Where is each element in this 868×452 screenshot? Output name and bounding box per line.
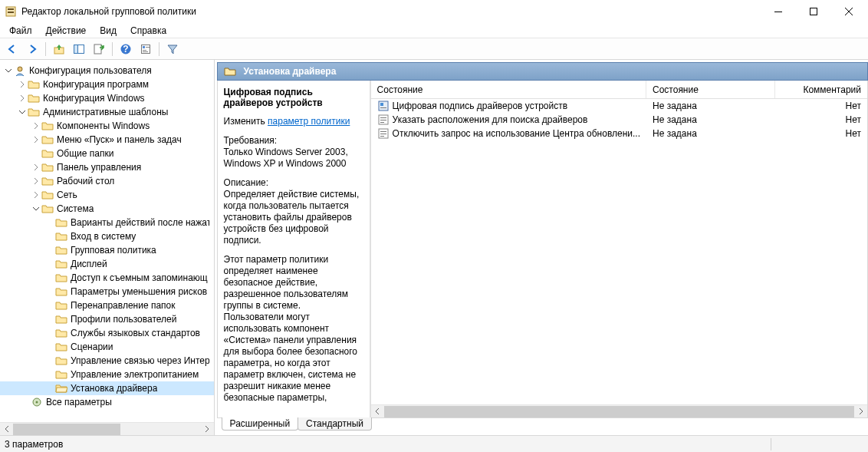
chevron-right-icon[interactable]: [31, 176, 41, 186]
col-header-state[interactable]: Состояние: [646, 81, 775, 98]
folder-icon: [41, 147, 54, 160]
requirements-text: Только Windows Server 2003, Windows XP и…: [224, 147, 348, 169]
chevron-right-icon[interactable]: [17, 79, 28, 90]
chevron-right-icon[interactable]: [31, 134, 41, 145]
tree-node-prog-config[interactable]: Конфигурация программ: [0, 78, 214, 91]
workspace: Конфигурация пользователя Конфигурация п…: [0, 60, 868, 435]
scroll-track[interactable]: [13, 424, 201, 435]
tree-node-sys-driverinstall[interactable]: Установка драйвера: [0, 381, 214, 395]
chevron-down-icon[interactable]: [3, 65, 14, 76]
folder-icon: [55, 368, 67, 381]
tree-node-desktop[interactable]: Рабочий стол: [0, 174, 214, 188]
policy-icon: [377, 127, 390, 140]
tree-node-win-config[interactable]: Конфигурация Windows: [0, 91, 214, 105]
tree-pane: Конфигурация пользователя Конфигурация п…: [0, 60, 215, 435]
tree-node-adm-templates[interactable]: Административные шаблоны: [0, 105, 214, 119]
tree-node-sys-gp[interactable]: Групповая политика: [0, 243, 214, 257]
tree-node-sys-removable[interactable]: Доступ к съемным запоминающ: [0, 271, 214, 285]
tree-node-sys-langstandards[interactable]: Службы языковых стандартов: [0, 326, 214, 340]
up-level-button[interactable]: [50, 40, 68, 58]
tree-node-sys-internetcomm[interactable]: Управление связью через Интерн: [0, 354, 214, 368]
folder-icon: [55, 285, 67, 298]
tree-horizontal-scrollbar[interactable]: [0, 422, 214, 435]
setting-state: Не задана: [646, 128, 775, 139]
chevron-down-icon[interactable]: [31, 203, 41, 214]
policy-icon: [377, 100, 390, 112]
tree-node-sys-display[interactable]: Дисплей: [0, 257, 214, 271]
tab-standard[interactable]: Стандартный: [298, 417, 372, 431]
category-title: Установка драйвера: [244, 66, 337, 77]
svg-rect-1: [8, 8, 14, 10]
back-button[interactable]: [3, 40, 21, 58]
maximize-button[interactable]: [796, 0, 831, 23]
svg-rect-25: [380, 117, 386, 118]
tree-node-sys-userprofiles[interactable]: Профили пользователей: [0, 312, 214, 326]
tree-scroll[interactable]: Конфигурация пользователя Конфигурация п…: [0, 64, 214, 422]
tree-node-sys-power[interactable]: Управление электропитанием: [0, 368, 214, 381]
scroll-left-icon[interactable]: [0, 423, 13, 436]
tree-node-sys-logon[interactable]: Вход в систему: [0, 229, 214, 243]
chevron-right-icon[interactable]: [17, 93, 28, 104]
col-header-comment[interactable]: Комментарий: [775, 81, 867, 98]
scroll-thumb[interactable]: [384, 406, 854, 417]
scroll-right-icon[interactable]: [201, 423, 214, 436]
setting-comment: Нет: [775, 114, 867, 125]
scroll-track[interactable]: [384, 406, 854, 417]
tree-node-ctrl-panel[interactable]: Панель управления: [0, 160, 214, 174]
minimize-button[interactable]: [761, 0, 796, 23]
tree-node-sys-poweractions[interactable]: Варианты действий после нажати: [0, 216, 214, 229]
chevron-down-icon[interactable]: [17, 107, 28, 117]
description-text-1: Определяет действие системы, когда польз…: [224, 189, 360, 246]
show-hide-tree-button[interactable]: [70, 40, 88, 58]
tree-label: Управление электропитанием: [71, 369, 199, 380]
tree-label: Сценарии: [71, 341, 113, 352]
scroll-thumb[interactable]: [13, 424, 120, 435]
tree-node-shared-folders[interactable]: Общие папки: [0, 147, 214, 160]
scroll-right-icon[interactable]: [854, 405, 867, 418]
menu-file[interactable]: Файл: [3, 24, 38, 38]
tree-node-sys-mitigation[interactable]: Параметры уменьшения рисков: [0, 285, 214, 299]
scroll-left-icon[interactable]: [371, 405, 384, 418]
tree-node-system[interactable]: Система: [0, 202, 214, 216]
chevron-right-icon[interactable]: [31, 190, 41, 200]
svg-rect-9: [74, 45, 78, 53]
list-horizontal-scrollbar[interactable]: [371, 404, 867, 417]
menu-view[interactable]: Вид: [94, 24, 123, 38]
tree-label: Сеть: [57, 190, 77, 200]
tree-node-start-taskbar[interactable]: Меню «Пуск» и панель задач: [0, 133, 214, 147]
setting-cell: Указать расположения для поиска драйверо…: [371, 114, 646, 126]
filter-button[interactable]: [163, 40, 182, 58]
help-button[interactable]: ?: [117, 40, 135, 58]
svg-rect-16: [143, 50, 146, 51]
list-row[interactable]: Указать расположения для поиска драйверо…: [371, 113, 867, 127]
setting-title: Цифровая подпись драйверов устройств: [224, 87, 362, 108]
tree-node-comp-windows[interactable]: Компоненты Windows: [0, 119, 214, 133]
menu-help[interactable]: Справка: [124, 24, 173, 38]
tree-node-user-config[interactable]: Конфигурация пользователя: [0, 64, 214, 78]
list-row[interactable]: Отключить запрос на использование Центра…: [371, 127, 867, 140]
window-title: Редактор локальной групповой политики: [21, 6, 761, 17]
toolbar-separator: [45, 42, 46, 56]
toolbar-separator: [159, 42, 159, 56]
folder-icon: [55, 230, 67, 242]
edit-policy-link[interactable]: параметр политики: [268, 116, 350, 127]
list-row[interactable]: Цифровая подпись драйверов устройств Не …: [371, 99, 867, 113]
menu-action[interactable]: Действие: [40, 24, 93, 38]
svg-rect-27: [380, 122, 384, 123]
tree-label: Групповая политика: [71, 245, 156, 256]
app-icon: [5, 5, 17, 18]
folder-icon: [55, 258, 67, 270]
list-body[interactable]: Цифровая подпись драйверов устройств Не …: [371, 99, 867, 404]
forward-button[interactable]: [23, 40, 41, 58]
tree-node-sys-folderredir[interactable]: Перенаправление папок: [0, 299, 214, 312]
tree-node-sys-scripts[interactable]: Сценарии: [0, 340, 214, 354]
col-header-setting[interactable]: Состояние: [371, 81, 646, 98]
export-list-button[interactable]: [90, 40, 108, 58]
chevron-right-icon[interactable]: [31, 120, 41, 131]
tree-node-all-settings[interactable]: Все параметры: [0, 395, 214, 409]
tab-extended[interactable]: Расширенный: [222, 417, 299, 431]
close-button[interactable]: [831, 0, 866, 23]
tree-node-network[interactable]: Сеть: [0, 188, 214, 202]
chevron-right-icon[interactable]: [31, 162, 41, 173]
properties-button[interactable]: [136, 40, 155, 58]
